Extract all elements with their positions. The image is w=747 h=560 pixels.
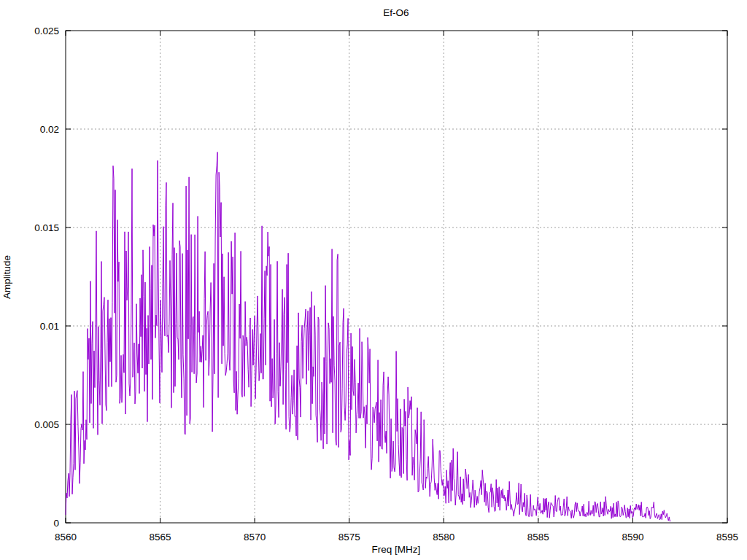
x-tick-labels: 85608565857085758580858585908595	[55, 532, 738, 542]
x-tick-label: 8570	[244, 532, 266, 542]
y-tick-label: 0.01	[40, 321, 59, 332]
x-tick-label: 8575	[338, 532, 360, 542]
x-tick-label: 8595	[716, 532, 738, 542]
x-tick-label: 8565	[150, 532, 171, 542]
plot-series	[66, 152, 670, 521]
y-tick-labels: 00.0050.010.0150.020.025	[34, 26, 59, 529]
x-tick-label: 8590	[622, 532, 643, 542]
chart-title: Ef-O6	[383, 7, 409, 18]
y-tick-label: 0.025	[34, 26, 59, 36]
spectrum-chart: Ef-O6 Freq [MHz] Amplitude 8560856585708…	[0, 0, 747, 560]
y-tick-label: 0	[53, 518, 59, 529]
x-axis-label: Freq [MHz]	[372, 544, 421, 555]
y-tick-label: 0.02	[40, 124, 59, 135]
x-tick-label: 8585	[527, 532, 549, 542]
x-tick-label: 8560	[55, 532, 77, 542]
y-axis-label: Amplitude	[1, 255, 12, 299]
y-tick-label: 0.005	[34, 419, 59, 430]
y-tick-label: 0.015	[34, 222, 59, 233]
x-tick-label: 8580	[433, 532, 454, 542]
spectrum-line	[66, 152, 670, 521]
